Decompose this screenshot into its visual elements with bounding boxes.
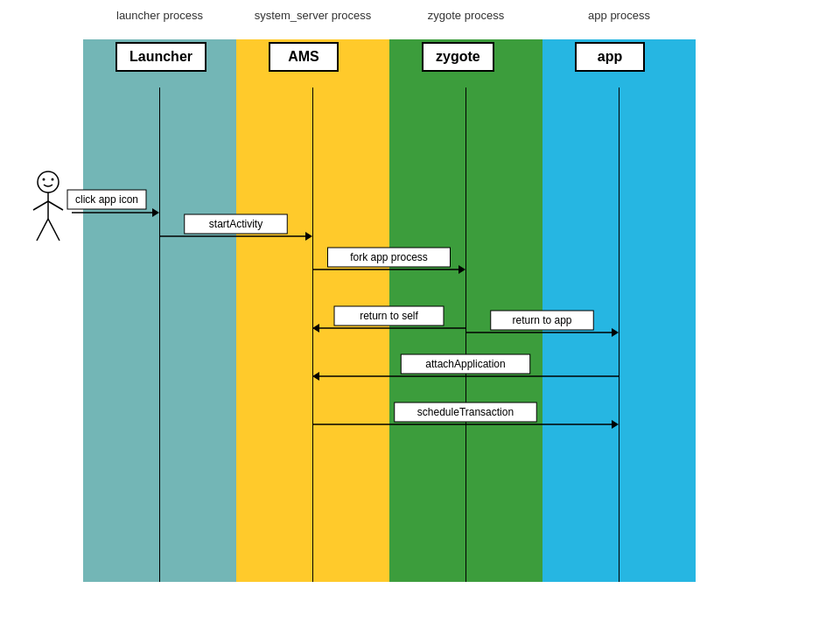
lane-label-app: app process	[542, 9, 696, 22]
actor-ams: AMS	[269, 42, 339, 72]
lifeline-ams	[312, 88, 313, 582]
svg-line-35	[48, 219, 60, 241]
svg-line-32	[33, 201, 48, 210]
svg-line-33	[48, 201, 63, 210]
actor-launcher: Launcher	[116, 42, 206, 72]
svg-point-29	[43, 178, 46, 181]
lifeline-launcher	[159, 88, 160, 582]
lane-label-launcher: launcher process	[83, 9, 236, 22]
lane-label-system_server: system_server process	[236, 9, 389, 22]
svg-point-28	[38, 172, 59, 192]
svg-point-30	[52, 178, 54, 181]
lifeline-app	[619, 88, 620, 582]
lifeline-zygote	[466, 88, 466, 582]
svg-line-34	[37, 219, 48, 241]
sequence-diagram: launcher processsystem_server processzyg…	[0, 0, 840, 630]
actor-app: app	[575, 42, 645, 72]
lane-label-zygote: zygote process	[389, 9, 542, 22]
actor-zygote: zygote	[422, 42, 494, 72]
stickfigure	[26, 171, 70, 249]
